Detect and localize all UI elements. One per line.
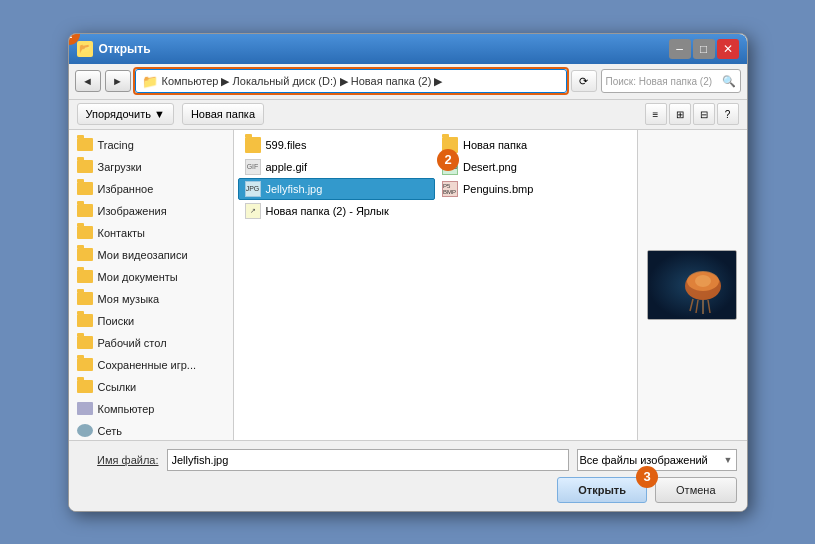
folder-icon xyxy=(77,182,93,195)
folder-icon xyxy=(77,160,93,173)
preview-svg xyxy=(648,251,736,319)
sidebar-item-tracing[interactable]: Tracing xyxy=(69,134,233,156)
folder-icon xyxy=(77,358,93,371)
file-item-599[interactable]: 599.files xyxy=(238,134,436,156)
sidebar-item-videos[interactable]: Мои видеозаписи xyxy=(69,244,233,266)
sidebar-label: Поиски xyxy=(98,315,135,327)
maximize-button[interactable]: □ xyxy=(693,39,715,59)
sidebar-item-desktop[interactable]: Рабочий стол xyxy=(69,332,233,354)
folder-icon xyxy=(77,248,93,261)
file-item-jellyfish[interactable]: JPG Jellyfish.jpg xyxy=(238,178,436,200)
folder-icon xyxy=(245,137,261,153)
view-buttons: ≡ ⊞ ⊟ ? xyxy=(645,103,739,125)
badge-3: 3 xyxy=(636,466,658,488)
folder-icon-small: 📁 xyxy=(142,74,158,89)
file-name: 599.files xyxy=(266,139,307,151)
jpg-icon: JPG xyxy=(245,181,261,197)
sidebar-item-music[interactable]: Моя музыка xyxy=(69,288,233,310)
dialog-title: Открыть xyxy=(99,42,667,56)
computer-icon xyxy=(77,402,93,415)
sidebar-item-computer[interactable]: Компьютер xyxy=(69,398,233,420)
sidebar-item-contacts[interactable]: Контакты xyxy=(69,222,233,244)
breadcrumb-path: Компьютер ▶ Локальный диск (D:) ▶ Новая … xyxy=(162,75,443,88)
badge-2: 2 xyxy=(437,149,459,171)
gif-icon: GIF xyxy=(245,159,261,175)
search-placeholder-text: Поиск: Новая папка (2) xyxy=(606,76,720,87)
svg-point-7 xyxy=(695,275,711,287)
sidebar-item-images[interactable]: Изображения xyxy=(69,200,233,222)
preview-image xyxy=(647,250,737,320)
sidebar-item-searches[interactable]: Поиски xyxy=(69,310,233,332)
breadcrumb-bar[interactable]: 📁 Компьютер ▶ Локальный диск (D:) ▶ Нова… xyxy=(135,69,567,93)
folder-icon xyxy=(77,336,93,349)
filename-input[interactable] xyxy=(167,449,569,471)
sidebar-label: Изображения xyxy=(98,205,167,217)
file-item-desert[interactable]: PNG Desert.png xyxy=(435,156,633,178)
view-list-button[interactable]: ≡ xyxy=(645,103,667,125)
network-icon xyxy=(77,424,93,437)
sidebar-label: Избранное xyxy=(98,183,154,195)
folder-icon xyxy=(77,226,93,239)
help-button[interactable]: ? xyxy=(717,103,739,125)
sidebar-label: Компьютер xyxy=(98,403,155,415)
sidebar-item-network[interactable]: Сеть xyxy=(69,420,233,440)
file-name: Jellyfish.jpg xyxy=(266,183,323,195)
file-name: apple.gif xyxy=(266,161,308,173)
folder-icon xyxy=(77,292,93,305)
folder-icon xyxy=(77,138,93,151)
folder-icon xyxy=(77,270,93,283)
preview-panel xyxy=(637,130,747,440)
sidebar-item-favorites[interactable]: Избранное xyxy=(69,178,233,200)
forward-button[interactable]: ► xyxy=(105,70,131,92)
minimize-button[interactable]: – xyxy=(669,39,691,59)
sidebar-label: Мои документы xyxy=(98,271,178,283)
view-grid-button[interactable]: ⊞ xyxy=(669,103,691,125)
search-box[interactable]: Поиск: Новая папка (2) 🔍 xyxy=(601,69,741,93)
file-item-apple[interactable]: GIF apple.gif 2 xyxy=(238,156,436,178)
dialog-icon: 📂 xyxy=(77,41,93,57)
sidebar-label: Сеть xyxy=(98,425,122,437)
file-name: Новая папка (2) - Ярлык xyxy=(266,205,389,217)
filename-row: Имя файла: Все файлы изображений xyxy=(79,449,737,471)
shortcut-icon: ↗ xyxy=(245,203,261,219)
sidebar-item-downloads[interactable]: Загрузки xyxy=(69,156,233,178)
folder-icon xyxy=(77,314,93,327)
sidebar-label: Контакты xyxy=(98,227,146,239)
sidebar-item-links[interactable]: Ссылки xyxy=(69,376,233,398)
file-grid: 599.files GIF apple.gif 2 JPG Jellyfish.… xyxy=(238,134,633,222)
back-button[interactable]: ◄ xyxy=(75,70,101,92)
file-name: Новая папка xyxy=(463,139,527,151)
filetype-select[interactable]: Все файлы изображений xyxy=(577,449,737,471)
sidebar-label: Сохраненные игр... xyxy=(98,359,197,371)
refresh-button[interactable]: ⟳ xyxy=(571,70,597,92)
filetype-select-wrap[interactable]: Все файлы изображений xyxy=(577,449,737,471)
sidebar-label: Загрузки xyxy=(98,161,142,173)
titlebar: 1 📂 Открыть – □ ✕ xyxy=(69,34,747,64)
close-button[interactable]: ✕ xyxy=(717,39,739,59)
view-large-button[interactable]: ⊟ xyxy=(693,103,715,125)
sidebar-label: Ссылки xyxy=(98,381,137,393)
file-list: 599.files GIF apple.gif 2 JPG Jellyfish.… xyxy=(234,130,637,440)
sidebar-label: Мои видеозаписи xyxy=(98,249,188,261)
cancel-button[interactable]: Отмена xyxy=(655,477,736,503)
bmp-icon: P5 BMP xyxy=(442,181,458,197)
file-item-newfolder[interactable]: Новая папка xyxy=(435,134,633,156)
file-name: Desert.png xyxy=(463,161,517,173)
open-button[interactable]: Открыть 3 xyxy=(557,477,647,503)
sidebar-item-docs[interactable]: Мои документы xyxy=(69,266,233,288)
secondary-toolbar: Упорядочить ▼ Новая папка ≡ ⊞ ⊟ ? xyxy=(69,100,747,130)
sort-button[interactable]: Упорядочить ▼ xyxy=(77,103,174,125)
file-item-shortcut[interactable]: ↗ Новая папка (2) - Ярлык xyxy=(238,200,436,222)
sidebar-item-savedgames[interactable]: Сохраненные игр... xyxy=(69,354,233,376)
new-folder-button[interactable]: Новая папка xyxy=(182,103,264,125)
sidebar-label: Рабочий стол xyxy=(98,337,167,349)
sidebar: Tracing Загрузки Избранное Изображения К… xyxy=(69,130,234,440)
sidebar-label: Моя музыка xyxy=(98,293,160,305)
folder-icon xyxy=(77,204,93,217)
folder-icon xyxy=(77,380,93,393)
main-area: Tracing Загрузки Избранное Изображения К… xyxy=(69,130,747,440)
file-item-penguins[interactable]: P5 BMP Penguins.bmp xyxy=(435,178,633,200)
button-row: Открыть 3 Отмена xyxy=(79,477,737,503)
open-dialog: 1 📂 Открыть – □ ✕ ◄ ► 📁 Компьютер ▶ Лока… xyxy=(68,33,748,512)
address-toolbar: ◄ ► 📁 Компьютер ▶ Локальный диск (D:) ▶ … xyxy=(69,64,747,100)
